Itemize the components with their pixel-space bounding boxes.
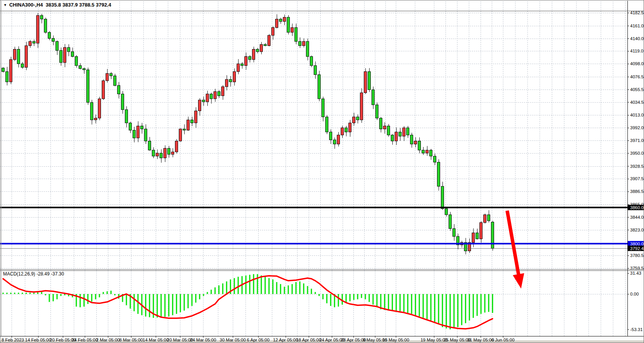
price-tick-label: 3971.0 [630,138,644,143]
price-tick-label: 3907.5 [630,176,644,181]
time-tick-label: 30 Mar 05:00 [220,338,246,342]
time-tick-label: 20 Mar 05:00 [167,338,193,342]
price-tick-label: 4013.0 [630,113,644,117]
price-tick-label: 4161.0 [630,24,644,28]
price-badge-label: 3800.0 [630,242,644,246]
time-tick-label: 6 Apr 05:00 [247,338,270,342]
time-tick-label: 31 May 05:00 [467,338,494,342]
time-tick-label: 6 Jun 05:00 [491,338,515,342]
price-tick-label: 3992.0 [630,125,644,130]
price-tick-label: 3759.5 [630,266,644,270]
time-tick-label: 18 Apr 05:00 [296,338,321,342]
time-tick-label: 8 Mar 05:00 [119,338,143,342]
price-badge-label: 3792.4 [630,246,644,251]
price-tick-label: 4182.5 [630,10,644,15]
price-tick-label: 4140.0 [630,36,644,41]
price-tick-label: 3928.5 [630,164,644,169]
price-tick-label: 3780.5 [630,253,644,258]
time-tick-label: 14 Mar 05:00 [143,338,169,342]
price-tick-label: 4055.5 [630,87,644,92]
time-tick-label: 28 Apr 05:00 [341,338,366,342]
time-tick-label: 15 May 05:00 [382,338,409,342]
macd-tick-label: -53.31 [630,327,643,332]
time-tick-label: 24 Mar 05:00 [190,338,216,342]
time-tick-label: 24 Feb 05:00 [72,338,98,342]
macd-tick-label: 31.43 [630,271,641,275]
time-tick-label: 25 May 05:00 [444,338,471,342]
price-tick-label: 3844.0 [630,215,644,220]
price-tick-label: 4076.5 [630,74,644,79]
time-tick-label: 8 Feb 2023 [2,338,24,342]
price-tick-label: 4119.0 [630,49,643,53]
macd-tick-label: 0.00 [630,292,639,296]
price-tick-label: 3823.0 [630,228,644,232]
price-tick-label: 4034.5 [630,100,644,105]
price-tick-label: 3886.5 [630,189,644,194]
price-badge-label: 3860.0 [630,205,644,210]
price-tick-label: 4098.0 [630,61,644,66]
time-tick-label: 12 Apr 05:00 [273,338,298,342]
price-tick-label: 3950.0 [630,151,644,155]
time-tick-label: 2 Mar 05:00 [96,338,119,342]
mt4-chart-canvas[interactable]: 4182.54161.04140.04119.04098.04076.54055… [0,0,644,343]
time-tick-label: 14 Feb 05:00 [25,338,51,342]
